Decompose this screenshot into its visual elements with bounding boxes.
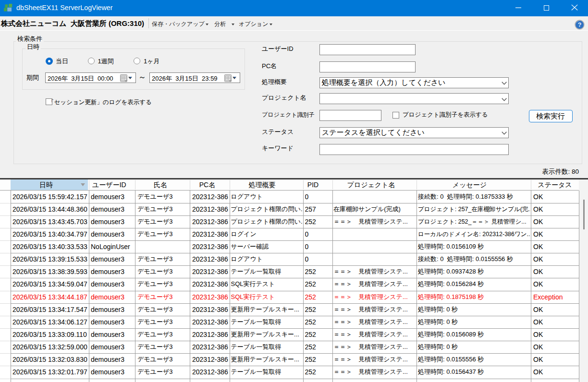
- svg-text:?: ?: [578, 22, 582, 28]
